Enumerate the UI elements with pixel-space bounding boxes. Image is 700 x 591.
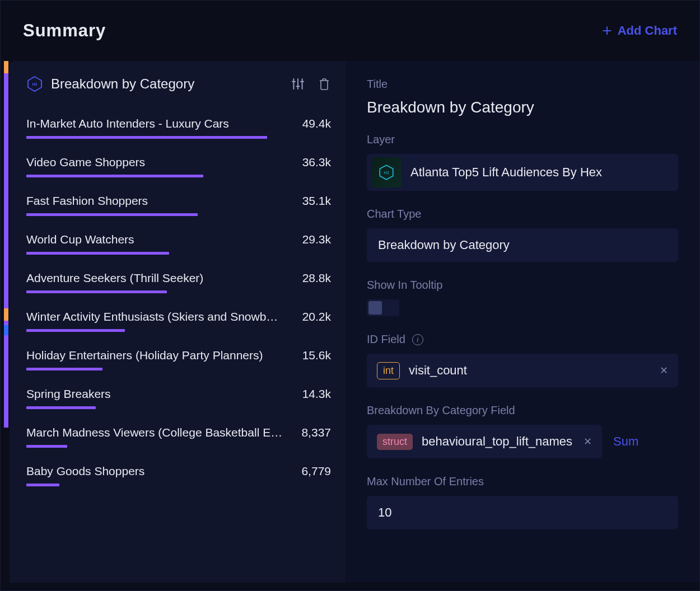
svg-text:H3: H3 [32,82,38,86]
bar-value: 36.3k [302,156,331,169]
bar-row[interactable]: Holiday Entertainers (Holiday Party Plan… [26,341,331,378]
config-title-value[interactable]: Breakdown by Category [367,98,678,116]
bar-label: World Cup Watchers [26,233,134,246]
svg-text:H3: H3 [384,170,389,175]
bar-label: Adventure Seekers (Thrill Seeker) [26,271,203,285]
bar-row[interactable]: Adventure Seekers (Thrill Seeker)28.8k [26,264,331,301]
bar-fill [26,406,96,409]
sidebar-segment [4,61,8,73]
bar-row[interactable]: Baby Goods Shoppers6,779 [26,457,331,494]
bar-label: Holiday Entertainers (Holiday Party Plan… [26,349,263,362]
breakdown-field-value: behavioural_top_lift_names [422,434,575,449]
bar-value: 15.6k [302,349,331,362]
bar-fill [26,213,198,216]
config-label-breakdown-field: Breakdown By Category Field [367,404,678,417]
max-entries-value: 10 [378,505,391,520]
chart-panel: H3 Breakdown by Category [10,61,346,583]
bar-row[interactable]: Winter Activity Enthusiasts (Skiers and … [26,302,331,340]
bar-fill [26,136,267,139]
sidebar-segment [4,325,8,335]
chart-type-selector[interactable]: Breakdown by Category [367,228,678,262]
bar-label: Spring Breakers [26,387,111,401]
id-field-label-text: ID Field [367,333,405,346]
chart-type-value: Breakdown by Category [378,238,510,252]
bar-row[interactable]: Video Game Shoppers36.3k [26,148,331,185]
chart-header: H3 Breakdown by Category [26,76,331,92]
breakdown-field-selector[interactable]: struct behavioural_top_lift_names ✕ [367,425,602,458]
bar-value: 29.3k [302,233,331,246]
config-chart-type: Chart Type Breakdown by Category [367,208,678,262]
bar-label: In-Market Auto Intenders - Luxury Cars [26,117,229,130]
type-badge-int: int [377,362,400,379]
bar-row[interactable]: World Cup Watchers29.3k [26,225,331,262]
hex-icon: H3 [26,76,43,92]
chart-actions [291,77,331,91]
breakdown-field-row: struct behavioural_top_lift_names ✕ Sum [367,425,678,458]
sidebar-segment [4,308,8,321]
id-field-selector[interactable]: int visit_count ✕ [367,354,678,387]
config-show-tooltip: Show In Tooltip [367,279,678,316]
page-title: Summary [23,21,106,41]
toggle-knob [368,301,382,315]
bar-label: Baby Goods Shoppers [26,465,144,478]
bar-fill [26,484,59,486]
bar-label: Fast Fashion Shoppers [26,194,148,208]
close-icon[interactable]: ✕ [660,364,668,377]
bar-label: Video Game Shoppers [26,156,145,169]
content: H3 Breakdown by Category [1,54,699,583]
config-max-entries: Max Number Of Entries 10 [367,475,678,529]
config-label-chart-type: Chart Type [367,208,678,221]
bar-value: 35.1k [302,194,331,208]
bar-label: Winter Activity Enthusiasts (Skiers and … [26,310,284,323]
bar-value: 49.4k [302,117,331,130]
config-label-title: Title [367,78,678,91]
bar-value: 8,337 [301,426,331,439]
config-label-max-entries: Max Number Of Entries [367,475,678,488]
info-icon[interactable]: i [412,334,423,345]
config-panel: Title Breakdown by Category Layer H3 Atl… [346,61,699,583]
bar-row[interactable]: In-Market Auto Intenders - Luxury Cars49… [26,109,331,147]
aggregation-selector[interactable]: Sum [613,434,638,449]
close-icon[interactable]: ✕ [584,435,592,448]
add-chart-label: Add Chart [618,24,677,38]
bar-fill [26,329,125,332]
bar-value: 28.8k [302,271,331,285]
settings-icon[interactable] [291,77,305,91]
config-id-field: ID Field i int visit_count ✕ [367,333,678,387]
bar-row[interactable]: Spring Breakers14.3k [26,379,331,417]
plus-icon: + [602,22,612,39]
chart-title: Breakdown by Category [51,76,291,92]
bar-fill [26,368,102,370]
bar-chart: In-Market Auto Intenders - Luxury Cars49… [26,109,331,494]
bar-label: March Madness Viewers (College Basketbal… [26,426,284,439]
bar-fill [26,175,203,177]
bar-value: 6,779 [301,465,331,478]
bar-value: 14.3k [302,387,331,401]
chart-list-sidebar [4,61,10,583]
header: Summary + Add Chart [1,1,699,54]
bar-value: 20.2k [302,310,331,323]
config-label-id-field: ID Field i [367,333,678,346]
trash-icon[interactable] [318,77,331,91]
layer-thumbnail: H3 [371,157,402,187]
config-breakdown-field: Breakdown By Category Field struct behav… [367,404,678,458]
config-label-show-tooltip: Show In Tooltip [367,279,678,292]
id-field-value: visit_count [409,363,651,378]
layer-value: Atlanta Top5 Lift Audiences By Hex [410,165,602,180]
config-layer: Layer H3 Atlanta Top5 Lift Audiences By … [367,133,678,191]
bar-row[interactable]: March Madness Viewers (College Basketbal… [26,418,331,456]
bar-fill [26,252,169,255]
bar-fill [26,445,67,448]
bar-row[interactable]: Fast Fashion Shoppers35.1k [26,186,331,224]
sidebar-segment [4,61,8,428]
config-title: Title Breakdown by Category [367,78,678,116]
max-entries-input[interactable]: 10 [367,496,678,529]
layer-selector[interactable]: H3 Atlanta Top5 Lift Audiences By Hex [367,154,678,191]
bar-fill [26,290,167,293]
type-badge-struct: struct [377,434,413,450]
add-chart-button[interactable]: + Add Chart [602,22,677,39]
config-label-layer: Layer [367,133,678,146]
show-tooltip-toggle[interactable] [367,299,399,316]
